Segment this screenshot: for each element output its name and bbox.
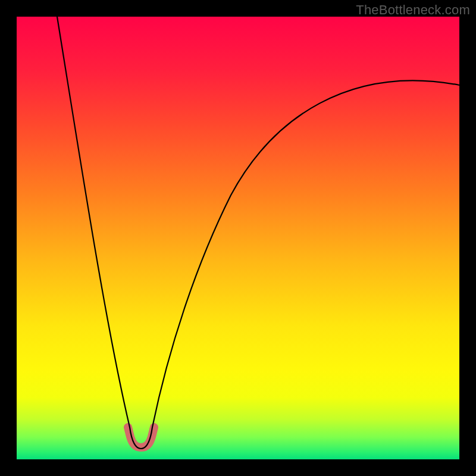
- chart-svg: [17, 17, 459, 459]
- chart-plot-area: [17, 17, 459, 459]
- chart-frame: TheBottleneck.com: [0, 0, 476, 476]
- gradient-background: [17, 17, 459, 459]
- watermark-text: TheBottleneck.com: [356, 2, 470, 18]
